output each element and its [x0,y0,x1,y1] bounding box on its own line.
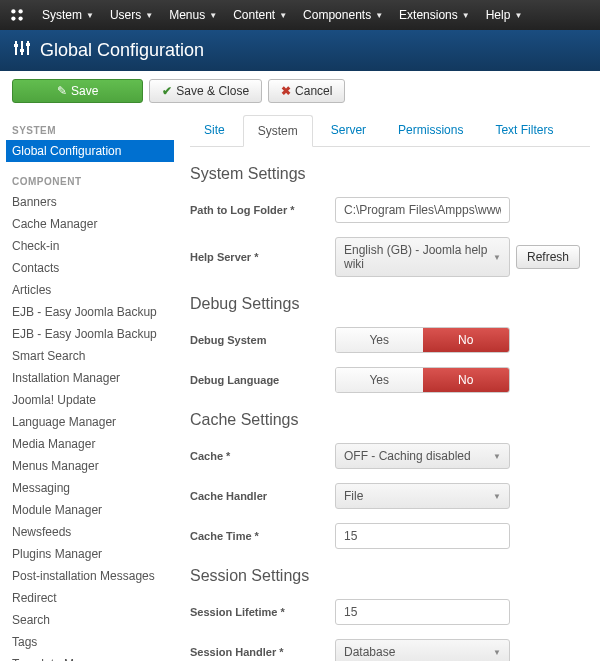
page-title: Global Configuration [40,40,204,61]
log-path-label: Path to Log Folder * [190,204,335,216]
menu-label: Users [110,8,141,22]
cancel-button-label: Cancel [295,84,332,98]
chevron-down-icon: ▼ [279,11,287,20]
chevron-down-icon: ▼ [493,648,501,657]
sidebar-item[interactable]: Articles [12,279,168,301]
sidebar-item[interactable]: Check-in [12,235,168,257]
check-icon: ✎ [57,84,67,98]
svg-point-1 [18,9,22,13]
session-handler-select[interactable]: Database ▼ [335,639,510,661]
section-cache-settings: Cache Settings [190,411,590,429]
session-lifetime-input[interactable] [335,599,510,625]
top-menubar: System▼Users▼Menus▼Content▼Components▼Ex… [0,0,600,30]
joomla-logo-icon[interactable] [8,6,26,24]
sidebar: SYSTEM Global Configuration COMPONENT Ba… [0,111,180,661]
tab-text-filters[interactable]: Text Filters [481,115,567,146]
chevron-down-icon: ▼ [462,11,470,20]
menu-users[interactable]: Users▼ [102,8,161,22]
cache-time-input[interactable] [335,523,510,549]
toggle-yes[interactable]: Yes [336,368,423,392]
menu-help[interactable]: Help▼ [478,8,531,22]
sidebar-item[interactable]: Installation Manager [12,367,168,389]
main-panel: SiteSystemServerPermissionsText Filters … [180,111,600,661]
tab-permissions[interactable]: Permissions [384,115,477,146]
sidebar-item[interactable]: Post-installation Messages [12,565,168,587]
chevron-down-icon: ▼ [209,11,217,20]
menu-menus[interactable]: Menus▼ [161,8,225,22]
sidebar-item[interactable]: EJB - Easy Joomla Backup [12,301,168,323]
chevron-down-icon: ▼ [86,11,94,20]
sidebar-item[interactable]: EJB - Easy Joomla Backup [12,323,168,345]
save-close-button[interactable]: ✔ Save & Close [149,79,262,103]
top-menu: System▼Users▼Menus▼Content▼Components▼Ex… [34,8,530,22]
refresh-button[interactable]: Refresh [516,245,580,269]
menu-label: Components [303,8,371,22]
menu-components[interactable]: Components▼ [295,8,391,22]
menu-label: Help [486,8,511,22]
sidebar-item[interactable]: Banners [12,191,168,213]
sidebar-item[interactable]: Module Manager [12,499,168,521]
sidebar-item[interactable]: Plugins Manager [12,543,168,565]
svg-rect-7 [14,44,18,47]
svg-rect-9 [26,43,30,46]
cache-label: Cache * [190,450,335,462]
cache-handler-label: Cache Handler [190,490,335,502]
tab-system[interactable]: System [243,115,313,147]
help-server-label: Help Server * [190,251,335,263]
chevron-down-icon: ▼ [493,492,501,501]
cache-handler-select[interactable]: File ▼ [335,483,510,509]
equalizer-icon [12,38,32,63]
sidebar-item[interactable]: Menus Manager [12,455,168,477]
menu-content[interactable]: Content▼ [225,8,295,22]
cache-handler-value: File [344,489,363,503]
sidebar-item[interactable]: Smart Search [12,345,168,367]
sidebar-item[interactable]: Tags [12,631,168,653]
sidebar-item[interactable]: Newsfeeds [12,521,168,543]
save-button[interactable]: ✎ Save [12,79,143,103]
sidebar-heading-component: COMPONENT [12,176,168,187]
debug-language-toggle[interactable]: Yes No [335,367,510,393]
help-server-select[interactable]: English (GB) - Joomla help wiki ▼ [335,237,510,277]
cancel-button[interactable]: ✖ Cancel [268,79,345,103]
action-toolbar: ✎ Save ✔ Save & Close ✖ Cancel [0,71,600,111]
section-system-settings: System Settings [190,165,590,183]
save-button-label: Save [71,84,98,98]
toggle-no[interactable]: No [423,328,510,352]
toggle-yes[interactable]: Yes [336,328,423,352]
config-tabs: SiteSystemServerPermissionsText Filters [190,115,590,147]
close-icon: ✖ [281,84,291,98]
svg-point-2 [11,16,15,20]
sidebar-item[interactable]: Cache Manager [12,213,168,235]
menu-label: System [42,8,82,22]
sidebar-item-global-configuration[interactable]: Global Configuration [6,140,174,162]
sidebar-item[interactable]: Messaging [12,477,168,499]
chevron-down-icon: ▼ [145,11,153,20]
debug-system-label: Debug System [190,334,335,346]
chevron-down-icon: ▼ [493,253,501,262]
menu-extensions[interactable]: Extensions▼ [391,8,478,22]
toggle-no[interactable]: No [423,368,510,392]
check-icon: ✔ [162,84,172,98]
cache-select[interactable]: OFF - Caching disabled ▼ [335,443,510,469]
tab-site[interactable]: Site [190,115,239,146]
session-lifetime-label: Session Lifetime * [190,606,335,618]
sidebar-item[interactable]: Contacts [12,257,168,279]
page-header: Global Configuration [0,30,600,71]
sidebar-item[interactable]: Search [12,609,168,631]
sidebar-item[interactable]: Language Manager [12,411,168,433]
cache-time-label: Cache Time * [190,530,335,542]
menu-label: Menus [169,8,205,22]
debug-system-toggle[interactable]: Yes No [335,327,510,353]
menu-system[interactable]: System▼ [34,8,102,22]
sidebar-item[interactable]: Media Manager [12,433,168,455]
sidebar-item[interactable]: Redirect [12,587,168,609]
menu-label: Content [233,8,275,22]
sidebar-heading-system: SYSTEM [12,125,168,136]
sidebar-item[interactable]: Template Manager [12,653,168,661]
chevron-down-icon: ▼ [493,452,501,461]
chevron-down-icon: ▼ [375,11,383,20]
log-path-input[interactable] [335,197,510,223]
tab-server[interactable]: Server [317,115,380,146]
sidebar-item[interactable]: Joomla! Update [12,389,168,411]
section-session-settings: Session Settings [190,567,590,585]
